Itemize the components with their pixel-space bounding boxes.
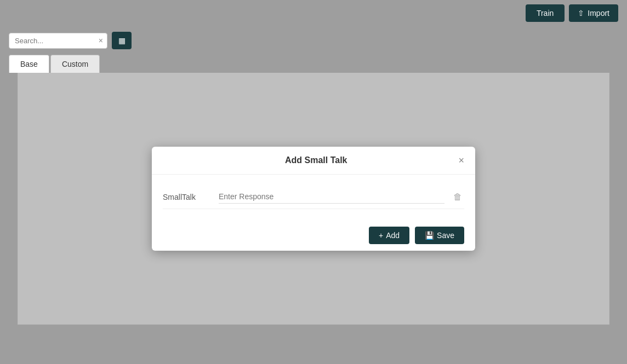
modal-header: Add Small Talk × (152, 147, 475, 175)
response-input[interactable] (219, 190, 444, 204)
train-button[interactable]: Train (526, 4, 565, 22)
delete-row-button[interactable]: 🗑 (451, 190, 464, 204)
add-small-talk-modal: Add Small Talk × SmallTalk 🗑 (152, 147, 475, 251)
search-clear-button[interactable]: × (99, 36, 103, 45)
filter-icon: ▦ (118, 36, 126, 45)
add-label: Add (386, 231, 400, 240)
search-container: × (9, 33, 107, 49)
modal-overlay: Add Small Talk × SmallTalk 🗑 (18, 73, 609, 324)
tabs: Base Custom (0, 55, 627, 73)
plus-icon: + (379, 231, 383, 240)
search-row: × ▦ (0, 26, 627, 55)
modal-close-button[interactable]: × (458, 155, 464, 165)
page-wrapper: Train ⇧ Import × ▦ Base Custom Add New S… (0, 0, 627, 364)
tab-base[interactable]: Base (9, 55, 49, 73)
smalltalk-label: SmallTalk (163, 193, 212, 201)
import-label: Import (588, 9, 609, 18)
filter-button[interactable]: ▦ (112, 32, 132, 49)
import-button[interactable]: ⇧ Import (569, 4, 618, 22)
trash-icon: 🗑 (453, 192, 462, 201)
header: Train ⇧ Import (0, 0, 627, 26)
save-button[interactable]: 💾 Save (415, 227, 464, 244)
modal-body: SmallTalk 🗑 (152, 175, 475, 220)
search-input[interactable] (9, 33, 107, 49)
tab-custom-label: Custom (62, 60, 88, 68)
modal-title: Add Small Talk (174, 155, 458, 165)
tab-base-label: Base (20, 60, 38, 68)
tab-custom[interactable]: Custom (50, 55, 100, 73)
modal-row: SmallTalk 🗑 (163, 186, 464, 209)
save-label: Save (437, 231, 454, 240)
add-button[interactable]: + Add (369, 227, 409, 244)
main-content: Add New SmallTalk Add Small Talk × Small… (18, 73, 609, 325)
modal-footer: + Add 💾 Save (152, 220, 475, 251)
upload-icon: ⇧ (578, 9, 584, 18)
content-area: Add New SmallTalk Add Small Talk × Small… (9, 73, 618, 325)
save-icon: 💾 (425, 231, 434, 240)
